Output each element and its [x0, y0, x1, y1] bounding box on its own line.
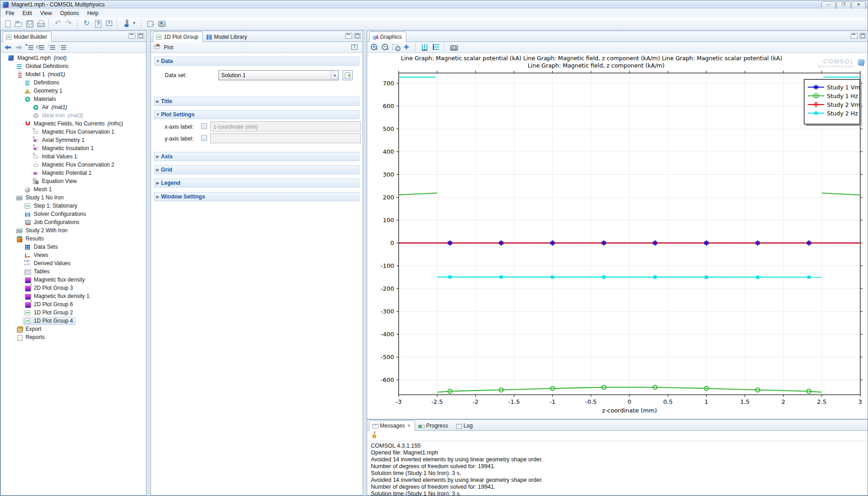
panel-minimize-icon[interactable]	[851, 33, 858, 39]
x-axis-label-checkbox[interactable]	[201, 123, 207, 129]
snapshot-icon[interactable]	[449, 43, 458, 52]
minimize-button[interactable]: —	[821, 1, 836, 9]
tree-item[interactable]: Magnetic Insulation 1	[1, 144, 146, 152]
menu-edit[interactable]: Edit	[18, 9, 36, 17]
redo-icon[interactable]	[65, 19, 74, 28]
print-icon[interactable]	[36, 19, 45, 28]
graphics-tab[interactable]: Graphics	[369, 31, 406, 42]
open-file-icon[interactable]	[14, 19, 23, 28]
tree-item[interactable]: Model 1(mod1)	[1, 70, 146, 78]
undo-icon[interactable]	[54, 19, 63, 28]
forward-icon[interactable]	[15, 43, 24, 52]
tree-item[interactable]: Job Configurations	[1, 218, 146, 226]
panel-maximize-icon[interactable]	[354, 33, 361, 39]
tab-log[interactable]: Log	[452, 420, 477, 431]
tree-item[interactable]: Views	[1, 251, 146, 259]
zoom-box-icon[interactable]	[392, 43, 401, 52]
tree-item[interactable]: Magnet1.mph(root)	[1, 54, 146, 62]
tree-item[interactable]: Axial Symmetry 1	[1, 136, 146, 144]
section-title[interactable]: ▶Title	[154, 97, 359, 106]
zoom-out-icon[interactable]	[381, 43, 390, 52]
x-axis-label-input[interactable]: z-coordinate (mm)	[210, 121, 361, 131]
tab-messages[interactable]: Messages✕	[369, 420, 415, 431]
export-icon[interactable]	[146, 19, 156, 28]
help-laptop-icon[interactable]	[350, 43, 359, 52]
tree-item[interactable]: 2D Plot Group 6	[1, 300, 146, 308]
tab-progress[interactable]: Progress	[415, 420, 452, 431]
tree-item[interactable]: Air(mat1)	[1, 103, 146, 111]
tree-item[interactable]: Magnetic Potential 1	[1, 169, 146, 177]
tree-item[interactable]: Export	[1, 325, 146, 333]
tree-item[interactable]: Solver Configurations	[1, 210, 146, 218]
title-bar[interactable]: Magnet1.mph - COMSOL Multiphysics —❐✕	[0, 0, 868, 9]
tree-item[interactable]: 1D Plot Group 2	[1, 308, 146, 317]
tree-item[interactable]: Reports	[1, 333, 146, 341]
tree-item[interactable]: Materials	[1, 95, 146, 103]
panel-maximize-icon[interactable]	[137, 33, 144, 39]
tree-item[interactable]: Magnetic flux density	[1, 276, 146, 284]
tree-item[interactable]: Study 1 No Iron	[1, 193, 146, 202]
y-axis-label-input[interactable]	[210, 133, 361, 143]
tree-item[interactable]: Equation View	[1, 177, 146, 185]
line-chart[interactable]: -3-2.5-2-1.5-1-0.500.511.522.53-600-500-…	[367, 54, 868, 419]
panel-maximize-icon[interactable]	[859, 33, 866, 39]
brush-icon[interactable]	[122, 19, 131, 28]
section-window-settings[interactable]: ▶Window Settings	[154, 192, 359, 201]
dataset-select[interactable]: Solution 1 ▼	[218, 70, 339, 80]
menu-view[interactable]: View	[36, 9, 56, 17]
tree-item[interactable]: Magnetic Flux Conservation 2	[1, 161, 146, 169]
tab-1d-plot-group[interactable]: 1D Plot Group	[153, 31, 203, 42]
section-plot-settings[interactable]: ▼Plot Settings	[154, 110, 359, 119]
help-icon[interactable]	[94, 19, 103, 28]
show-icon[interactable]	[36, 43, 46, 52]
tree-item[interactable]: Data Sets	[1, 243, 146, 251]
tab-model-library[interactable]: Model Library	[203, 31, 252, 42]
y-axis-label-checkbox[interactable]	[201, 135, 207, 141]
tree-item[interactable]: Mesh 1	[1, 185, 146, 193]
close-icon[interactable]: ✕	[407, 423, 411, 428]
y-lines-icon[interactable]	[431, 43, 441, 52]
tree-item[interactable]: Global Definitions	[1, 62, 146, 70]
tree-item[interactable]: Initial Values 1	[1, 152, 146, 161]
tree-item[interactable]: 1D Plot Group 4	[1, 317, 146, 325]
new-file-icon[interactable]	[3, 19, 12, 28]
tree-item[interactable]: Results	[1, 235, 146, 243]
tree-item[interactable]: Magnetic Flux Conservation 1	[1, 128, 146, 136]
section-data[interactable]: ▼Data	[154, 57, 359, 66]
model-builder-tab[interactable]: Model Builder	[3, 31, 52, 42]
chevron-down-icon[interactable]: ▼	[331, 71, 338, 80]
help-doc-icon[interactable]	[104, 19, 114, 28]
caret-down-icon[interactable]	[133, 19, 138, 28]
zoom-in-icon[interactable]	[370, 43, 379, 52]
player-icon[interactable]	[157, 19, 166, 28]
plot-button[interactable]: Plot	[164, 44, 173, 51]
tree-item[interactable]: Ideal Iron(mat3)	[1, 111, 146, 120]
collapse-all-icon[interactable]	[26, 43, 35, 52]
menu-options[interactable]: Options	[56, 9, 83, 17]
tree-item[interactable]: Geometry 1	[1, 87, 146, 95]
tree-item[interactable]: Step 1: Stationary	[1, 202, 146, 210]
save-icon[interactable]	[25, 19, 34, 28]
panel-minimize-icon[interactable]	[129, 33, 135, 39]
move-down-icon[interactable]	[58, 43, 68, 52]
refresh-icon[interactable]	[83, 19, 92, 28]
tree-item[interactable]: Definitions	[1, 78, 146, 87]
tree-item[interactable]: Derived Values	[1, 259, 146, 267]
x-lines-icon[interactable]	[421, 43, 430, 52]
section-axis[interactable]: ▶Axis	[154, 152, 359, 161]
tree-item[interactable]: Magnetic flux density 1	[1, 292, 146, 300]
dataset-action-button[interactable]	[343, 70, 353, 80]
move-up-icon[interactable]	[47, 43, 57, 52]
clear-messages-icon[interactable]	[371, 431, 380, 440]
menu-help[interactable]: Help	[83, 9, 103, 17]
zoom-extents-icon[interactable]	[403, 43, 412, 52]
plot-action-icon[interactable]	[154, 43, 163, 52]
tree-item[interactable]: 2D Plot Group 3	[1, 284, 146, 292]
tree-item[interactable]: Study 2 With Iron	[1, 226, 146, 235]
restore-button[interactable]: ❐	[837, 1, 851, 9]
close-button[interactable]: ✕	[852, 1, 866, 9]
back-icon[interactable]	[4, 43, 13, 52]
section-grid[interactable]: ▶Grid	[154, 165, 359, 174]
tree-item[interactable]: Magnetic Fields, No Currents(mfnc)	[1, 120, 146, 128]
menu-file[interactable]: File	[1, 9, 18, 17]
